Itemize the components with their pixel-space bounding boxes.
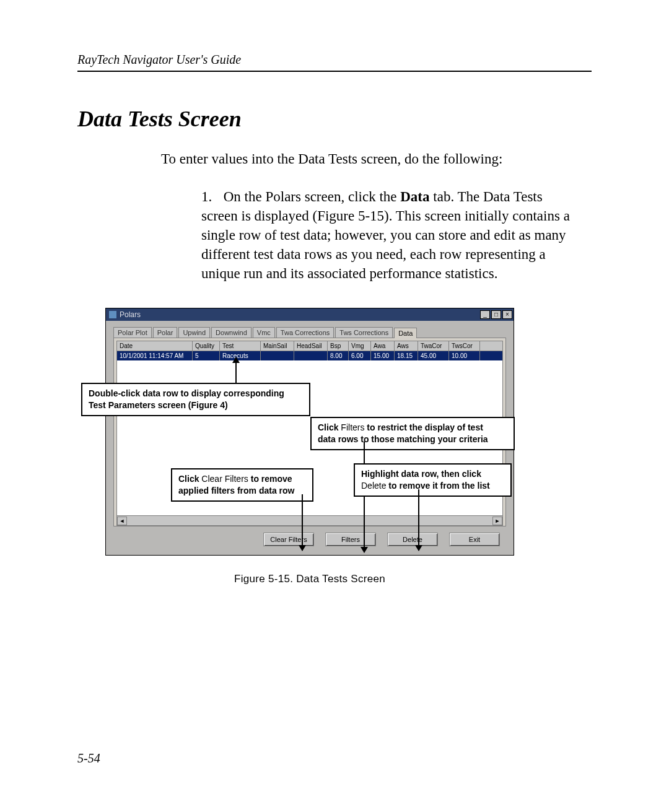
maximize-button[interactable]: □ (491, 310, 501, 319)
col-twscor[interactable]: TwsCor (449, 341, 480, 351)
scroll-left-button[interactable]: ◄ (117, 517, 127, 525)
tab-tws-corrections[interactable]: Tws Corrections (335, 327, 393, 338)
tab-downwind[interactable]: Downwind (211, 327, 251, 338)
col-aws[interactable]: Aws (395, 341, 418, 351)
minimize-button[interactable]: _ (480, 310, 490, 319)
col-headsail[interactable]: HeadSail (294, 341, 328, 351)
col-vmg[interactable]: Vmg (349, 341, 371, 351)
cell-bsp: 8.00 (328, 351, 349, 360)
tab-strip: Polar Plot Polar Upwind Downwind Vmc Twa… (113, 327, 506, 338)
tab-data[interactable]: Data (394, 328, 417, 338)
col-bsp[interactable]: Bsp (328, 341, 349, 351)
cell-quality: 5 (193, 351, 220, 360)
figure-5-15: Polars _ □ × Polar Plot Polar Upwind Dow… (105, 308, 514, 585)
data-grid[interactable]: Date Quality Test MainSail HeadSail Bsp … (116, 341, 503, 526)
tab-polar-plot[interactable]: Polar Plot (113, 327, 152, 338)
col-mainsail[interactable]: MainSail (261, 341, 294, 351)
cell-mainsail (261, 351, 294, 360)
app-icon (108, 310, 117, 319)
col-twacor[interactable]: TwaCor (418, 341, 449, 351)
cell-test: Racecuts (220, 351, 261, 360)
col-date[interactable]: Date (117, 341, 193, 351)
col-awa[interactable]: Awa (371, 341, 395, 351)
col-test[interactable]: Test (220, 341, 261, 351)
tab-upwind[interactable]: Upwind (178, 327, 210, 338)
step-bold: Data (400, 189, 429, 204)
tab-polar[interactable]: Polar (153, 327, 178, 338)
exit-button[interactable]: Exit (449, 533, 500, 546)
table-row[interactable]: 10/1/2001 11:14:57 AM 5 Racecuts 8.00 6.… (117, 351, 502, 360)
figure-caption: Figure 5-15. Data Tests Screen (105, 573, 514, 585)
scroll-right-button[interactable]: ► (492, 517, 502, 525)
filters-button[interactable]: Filters (325, 533, 376, 546)
cell-twscor: 10.00 (449, 351, 480, 360)
clear-filters-button[interactable]: Clear Filters (263, 533, 314, 546)
section-title: Data Tests Screen (77, 106, 592, 132)
close-button[interactable]: × (502, 310, 512, 319)
cell-headsail (294, 351, 328, 360)
tab-vmc[interactable]: Vmc (253, 327, 275, 338)
step-1: 1. On the Polars screen, click the Data … (201, 187, 576, 283)
grid-body (117, 360, 502, 515)
step-number: 1. (201, 187, 220, 206)
cell-vmg: 6.00 (349, 351, 371, 360)
tab-twa-corrections[interactable]: Twa Corrections (276, 327, 334, 338)
page-number: 5-54 (77, 751, 100, 766)
window-title: Polars (120, 310, 479, 319)
button-row: Clear Filters Filters Delete Exit (113, 526, 506, 546)
cell-twacor: 45.00 (418, 351, 449, 360)
step-text-a: On the Polars screen, click the (224, 189, 401, 204)
delete-button[interactable]: Delete (387, 533, 438, 546)
intro-paragraph: To enter values into the Data Tests scre… (161, 149, 592, 168)
cell-aws: 18.15 (395, 351, 418, 360)
cell-date: 10/1/2001 11:14:57 AM (117, 351, 193, 360)
cell-awa: 15.00 (371, 351, 395, 360)
col-quality[interactable]: Quality (193, 341, 220, 351)
grid-header: Date Quality Test MainSail HeadSail Bsp … (117, 341, 502, 351)
horizontal-scrollbar[interactable]: ◄ ► (117, 515, 502, 525)
polars-window: Polars _ □ × Polar Plot Polar Upwind Dow… (105, 308, 514, 556)
running-header: RayTech Navigator User's Guide (77, 53, 592, 72)
grid-container: Date Quality Test MainSail HeadSail Bsp … (113, 338, 506, 526)
titlebar[interactable]: Polars _ □ × (106, 308, 514, 321)
